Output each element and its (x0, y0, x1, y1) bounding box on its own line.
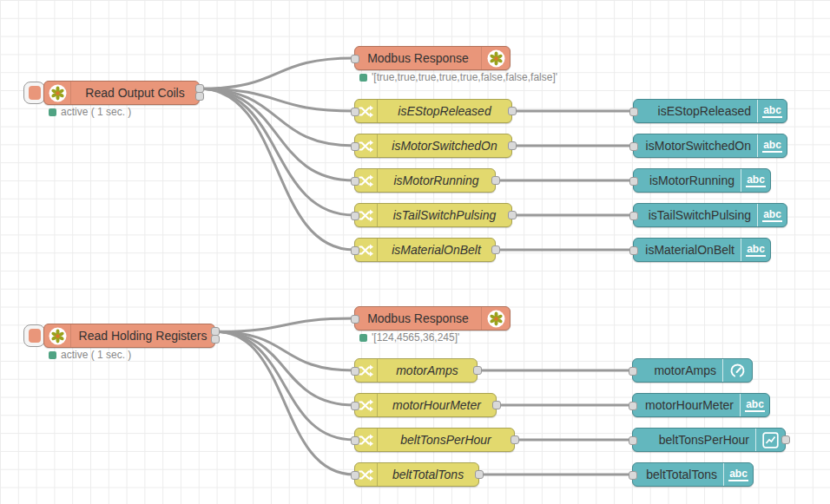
output-port[interactable] (492, 401, 501, 409)
node-label: motorAmps (378, 363, 477, 377)
abc-icon: abc (757, 134, 787, 157)
node-label: isMotorSwitchedOn (634, 139, 757, 153)
node-ui-text-ismotorrunning[interactable]: isMotorRunningabc (633, 168, 771, 193)
abc-icon: abc (741, 239, 770, 261)
output-port[interactable] (491, 176, 500, 185)
node-status: active ( 1 sec. ) (49, 349, 131, 361)
inject-button-fill (29, 329, 41, 343)
input-port[interactable] (629, 471, 637, 480)
input-port[interactable] (351, 55, 359, 63)
input-port[interactable] (629, 177, 638, 186)
wire[interactable] (215, 331, 354, 440)
wire[interactable] (215, 318, 354, 331)
input-port[interactable] (351, 471, 359, 480)
output-port[interactable] (211, 335, 220, 344)
node-switch-ismotorrunning[interactable]: isMotorRunning (354, 168, 496, 193)
node-switch-belttotaltons[interactable]: beltTotalTons (354, 462, 479, 487)
node-switch-ismaterialonbelt[interactable]: isMaterialOnBelt (354, 238, 496, 262)
input-port[interactable] (629, 436, 637, 445)
inject-button[interactable] (23, 82, 45, 104)
abc-icon: abc (740, 394, 769, 416)
node-label: isEStopReleased (634, 104, 757, 118)
node-status: '[true,true,true,true,true,false,false,f… (359, 71, 557, 83)
node-switch-ismotorswitchedon[interactable]: isMotorSwitchedOn (354, 134, 512, 158)
node-ui-text-istailswitchpulsing[interactable]: isTailSwitchPulsingabc (633, 203, 787, 227)
abc-icon: abc (757, 204, 787, 226)
node-ui-text-motorhourmeter[interactable]: motorHourMeterabc (632, 393, 770, 417)
input-port[interactable] (351, 246, 359, 255)
inject-button[interactable] (23, 324, 45, 347)
wire[interactable] (200, 58, 354, 88)
node-switch-isestopreleased[interactable]: isEStopReleased (354, 99, 512, 123)
node-label: isTailSwitchPulsing (378, 208, 511, 222)
node-label: beltTotalTons (378, 468, 478, 481)
input-port[interactable] (629, 402, 637, 410)
abc-icon: abc (741, 169, 770, 192)
input-port[interactable] (629, 367, 637, 376)
node-label: motorHourMeter (633, 398, 740, 412)
output-port[interactable] (508, 141, 517, 150)
node-switch-motorhourmeter[interactable]: motorHourMeter (354, 393, 497, 417)
node-switch-belttonsperhour[interactable]: beltTonsPerHour (354, 428, 515, 452)
input-port[interactable] (629, 246, 638, 255)
input-port[interactable] (351, 177, 359, 186)
node-read-holding-registers[interactable]: Read Holding Registers (43, 324, 215, 348)
node-ui-text-ismotorswitchedon[interactable]: isMotorSwitchedOnabc (633, 134, 787, 158)
modbus-flower-icon (44, 324, 71, 347)
status-dot-icon (359, 74, 367, 82)
input-port[interactable] (351, 315, 359, 324)
node-switch-motoramps[interactable]: motorAmps (354, 358, 478, 383)
output-port[interactable] (508, 211, 517, 219)
input-port[interactable] (629, 212, 638, 220)
output-port[interactable] (491, 245, 500, 254)
input-port[interactable] (629, 108, 638, 116)
node-modbus-response-2[interactable]: Modbus Response (354, 306, 511, 331)
status-text: active ( 1 sec. ) (61, 106, 131, 118)
node-ui-text-ismaterialonbelt[interactable]: isMaterialOnBeltabc (633, 238, 771, 262)
input-port[interactable] (351, 142, 359, 151)
node-label: isMotorRunning (378, 173, 495, 187)
node-ui-text-belttotaltons[interactable]: beltTotalTonsabc (632, 462, 754, 487)
output-port[interactable] (781, 435, 790, 444)
input-port[interactable] (351, 108, 359, 116)
node-status: '[124,4565,36,245]' (359, 331, 459, 344)
input-port[interactable] (351, 402, 359, 410)
node-label: isMaterialOnBelt (378, 243, 495, 257)
node-label: isMotorSwitchedOn (378, 139, 511, 153)
node-label: motorAmps (633, 363, 722, 377)
output-port[interactable] (511, 435, 519, 444)
node-switch-istailswitchpulsing[interactable]: isTailSwitchPulsing (354, 203, 512, 227)
output-port[interactable] (508, 107, 517, 115)
node-label: Read Holding Registers (71, 329, 214, 343)
status-text: '[124,4565,36,245]' (372, 331, 459, 344)
node-ui-chart-belttonsperhour[interactable]: beltTonsPerHour (632, 428, 786, 452)
status-dot-icon (359, 334, 367, 342)
wire[interactable] (200, 88, 354, 250)
flow-canvas[interactable]: Read Output Coilsactive ( 1 sec. )Modbus… (0, 0, 830, 504)
input-port[interactable] (351, 367, 359, 376)
gauge-icon (722, 359, 752, 382)
inject-button-fill (29, 86, 41, 100)
output-port[interactable] (475, 470, 484, 479)
node-ui-text-isestopreleased[interactable]: isEStopReleasedabc (633, 99, 787, 123)
status-text: '[true,true,true,true,true,false,false,f… (372, 71, 557, 83)
node-read-output-coils[interactable]: Read Output Coils (43, 81, 200, 105)
modbus-flower-icon (481, 307, 510, 330)
node-label: beltTonsPerHour (633, 433, 755, 447)
wire[interactable] (200, 88, 354, 146)
input-port[interactable] (351, 436, 359, 445)
wire[interactable] (215, 331, 354, 370)
node-ui-gauge-motoramps[interactable]: motorAmps (632, 358, 753, 383)
node-label: Modbus Response (355, 311, 481, 325)
node-label: isTailSwitchPulsing (634, 208, 757, 222)
status-text: active ( 1 sec. ) (61, 349, 131, 361)
input-port[interactable] (351, 212, 359, 220)
abc-icon: abc (757, 100, 787, 122)
output-port[interactable] (195, 92, 204, 101)
wire[interactable] (200, 88, 354, 215)
modbus-flower-icon (481, 47, 510, 69)
node-modbus-response-1[interactable]: Modbus Response (354, 46, 511, 70)
output-port[interactable] (473, 366, 482, 375)
node-label: Read Output Coils (71, 86, 199, 100)
input-port[interactable] (629, 142, 638, 151)
